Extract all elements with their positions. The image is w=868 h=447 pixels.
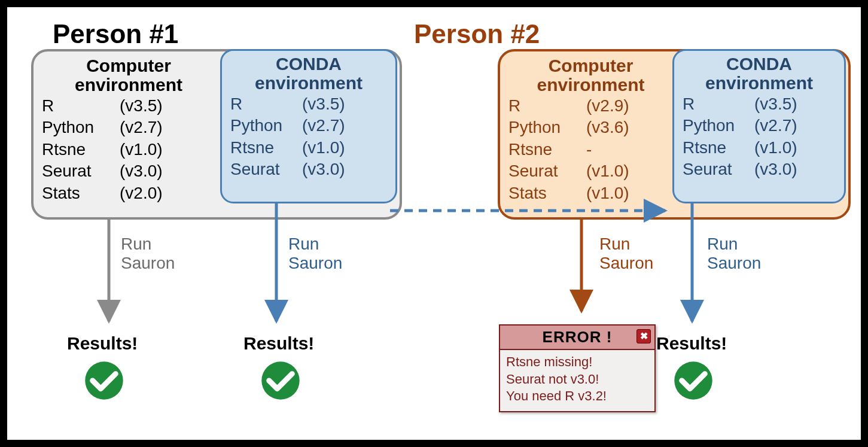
pkg-ver: (v3.0) [754, 159, 797, 180]
error-line: Rtsne missing! [506, 354, 648, 371]
pkg-row: R(v3.5) [683, 93, 836, 115]
error-dialog-header: ERROR ! ✖ [500, 326, 654, 350]
pkg-row: Python(v2.7) [42, 117, 215, 138]
checkmark-icon [673, 360, 714, 401]
pkg-row: Seurat(v3.0) [683, 159, 836, 180]
pkg-name: Seurat [230, 159, 302, 180]
close-icon[interactable]: ✖ [636, 329, 651, 343]
pkg-name: Seurat [683, 159, 754, 180]
error-dialog: ERROR ! ✖ Rtsne missing! Seurat not v3.0… [499, 324, 656, 412]
pkg-row: Rtsne(v1.0) [683, 137, 836, 159]
pkg-ver: (v3.6) [586, 117, 629, 138]
person2-title: Person #2 [414, 19, 540, 49]
pkg-ver: (v1.0) [586, 160, 629, 182]
pkg-ver: (v2.7) [754, 115, 797, 136]
results-p1-comp: Results! [67, 333, 138, 354]
diagram-frame: Person #1 Person #2 Computer environment… [0, 0, 868, 447]
pkg-ver: (v1.0) [120, 139, 163, 160]
pkg-row: Rtsne- [508, 139, 673, 160]
pkg-row: Python(v3.6) [508, 117, 673, 138]
pkg-name: R [42, 95, 120, 117]
pkg-name: Python [508, 117, 586, 138]
error-dialog-body: Rtsne missing! Seurat not v3.0! You need… [500, 350, 654, 411]
person2-conda-env: CONDA environment R(v3.5) Python(v2.7) R… [672, 49, 846, 203]
error-line: You need R v3.2! [506, 388, 648, 405]
pkg-ver: (v3.5) [120, 95, 163, 117]
env-title: Computer environment [508, 56, 673, 94]
pkg-name: Rtsne [508, 139, 586, 160]
env-title: Computer environment [42, 56, 215, 94]
pkg-ver: (v1.0) [754, 137, 797, 159]
pkg-list: R(v2.9) Python(v3.6) Rtsne- Seurat(v1.0)… [508, 95, 673, 204]
pkg-name: Python [683, 115, 754, 136]
pkg-ver: (v1.0) [302, 137, 345, 159]
pkg-name: Rtsne [42, 139, 120, 160]
pkg-row: R(v3.5) [230, 93, 387, 115]
pkg-name: R [683, 93, 754, 115]
pkg-row: Seurat(v3.0) [230, 159, 387, 180]
pkg-row: R(v3.5) [42, 95, 215, 117]
pkg-ver: (v1.0) [586, 183, 629, 204]
pkg-name: Python [230, 115, 302, 136]
pkg-row: Rtsne(v1.0) [230, 137, 387, 159]
person1-computer-env: Computer environment R(v3.5) Python(v2.7… [31, 49, 402, 220]
pkg-ver: (v3.0) [120, 160, 163, 182]
pkg-name: Seurat [42, 160, 120, 182]
pkg-list: R(v3.5) Python(v2.7) Rtsne(v1.0) Seurat(… [230, 93, 387, 181]
pkg-row: Seurat(v1.0) [508, 160, 673, 182]
results-p1-conda: Results! [243, 333, 314, 354]
pkg-ver: (v2.9) [586, 95, 629, 117]
pkg-name: Stats [42, 183, 120, 204]
run-label-p1-conda: Run Sauron [288, 235, 342, 273]
pkg-ver: (v3.0) [302, 159, 345, 180]
pkg-name: Seurat [508, 160, 586, 182]
pkg-name: Rtsne [230, 137, 302, 159]
pkg-name: Python [42, 117, 120, 138]
pkg-ver: - [586, 139, 592, 160]
person2-computer-env: Computer environment R(v2.9) Python(v3.6… [498, 49, 851, 220]
pkg-row: Seurat(v3.0) [42, 160, 215, 182]
results-p2-conda: Results! [656, 333, 727, 354]
pkg-name: Stats [508, 183, 586, 204]
person1-title: Person #1 [53, 19, 178, 49]
pkg-row: Stats(v1.0) [508, 183, 673, 204]
checkmark-icon [260, 360, 301, 401]
env-title: CONDA environment [683, 54, 836, 92]
pkg-ver: (v3.5) [302, 93, 345, 115]
pkg-ver: (v2.7) [302, 115, 345, 136]
env-title: CONDA environment [230, 54, 387, 92]
error-line: Seurat not v3.0! [506, 371, 648, 388]
pkg-ver: (v3.5) [754, 93, 797, 115]
pkg-name: Rtsne [683, 137, 754, 159]
pkg-row: Stats(v2.0) [42, 183, 215, 204]
error-dialog-title: ERROR ! [543, 328, 613, 346]
person1-conda-env: CONDA environment R(v3.5) Python(v2.7) R… [220, 49, 397, 203]
run-label-p1-comp: Run Sauron [121, 235, 175, 273]
pkg-ver: (v2.0) [120, 183, 163, 204]
pkg-ver: (v2.7) [120, 117, 163, 138]
pkg-list: R(v3.5) Python(v2.7) Rtsne(v1.0) Seurat(… [42, 95, 215, 204]
pkg-row: Rtsne(v1.0) [42, 139, 215, 160]
pkg-name: R [230, 93, 302, 115]
pkg-row: Python(v2.7) [230, 115, 387, 136]
run-label-p2-comp: Run Sauron [599, 235, 653, 273]
pkg-row: Python(v2.7) [683, 115, 836, 136]
checkmark-icon [84, 360, 124, 401]
pkg-name: R [508, 95, 586, 117]
run-label-p2-conda: Run Sauron [707, 235, 761, 273]
pkg-list: R(v3.5) Python(v2.7) Rtsne(v1.0) Seurat(… [683, 93, 836, 181]
pkg-row: R(v2.9) [508, 95, 673, 117]
